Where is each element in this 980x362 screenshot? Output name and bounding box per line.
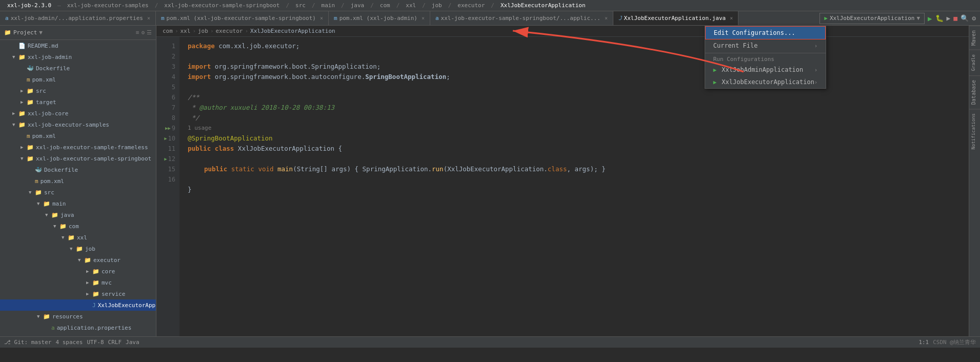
tree-label: Dockerfile — [36, 65, 70, 72]
title-path-10: XxlJobExecutorApplication — [497, 2, 589, 9]
title-path-7: xxl — [403, 2, 419, 9]
folder-icon: 📁 — [27, 88, 34, 94]
tree-item-xxljob-app[interactable]: J XxlJobExecutorApplica — [0, 299, 156, 311]
tree-item-dockerfile-admin[interactable]: 🐳 Dockerfile — [0, 63, 156, 74]
sidebar-actions: ≡ ⚙ ☰ — [136, 29, 152, 36]
sidebar-settings-icon[interactable]: ⚙ — [141, 29, 145, 36]
encoding-status[interactable]: UTF-8 — [87, 339, 104, 346]
tree-label: target — [36, 99, 56, 106]
indent-status[interactable]: 4 spaces — [55, 339, 83, 346]
tree-item-frameless[interactable]: ▶ 📁 xxl-job-executor-sample-frameless — [0, 142, 156, 153]
tab-pom-admin[interactable]: m pom.xml (xxl-job-admin) × — [329, 11, 430, 25]
folder-icon: 📁 — [18, 54, 26, 61]
main-layout: 📁 Project ▼ ≡ ⚙ ☰ 📄 README.md ▼ 📁 — [0, 26, 980, 336]
run-green-icon[interactable]: ▶ — [928, 14, 932, 23]
tree-label: logback.xml — [57, 336, 94, 337]
tree-item-pom-executor[interactable]: m pom.xml — [0, 130, 156, 142]
settings-icon[interactable]: ⚙ — [972, 14, 976, 22]
tree-item-xxl-job-core[interactable]: ▶ 📁 xxl-job-core — [0, 108, 156, 119]
code-editor[interactable]: package com.xxl.job.executor; import org… — [179, 37, 969, 336]
tree-item-xxl-sb[interactable]: ▼ 📁 xxl — [0, 232, 156, 243]
sidebar-title-text: Project — [13, 29, 37, 36]
sidebar-dropdown-icon[interactable]: ▼ — [39, 29, 43, 36]
tab-close-icon[interactable]: × — [147, 15, 150, 21]
folder-icon: 📁 — [84, 257, 91, 264]
tab-applic[interactable]: a xxl-job-executor-sample-springboot/...… — [430, 11, 613, 25]
dropdown-current-file[interactable]: Current File › — [705, 39, 826, 52]
search-icon[interactable]: 🔍 — [961, 14, 969, 22]
vtab-database[interactable]: Database — [969, 75, 980, 109]
debug-icon[interactable]: 🐛 — [935, 14, 944, 22]
tree-item-com-sb[interactable]: ▼ 📁 com — [0, 220, 156, 232]
tree-item-readme[interactable]: 📄 README.md — [0, 40, 156, 51]
tree-item-mvc-folder[interactable]: ▶ 📁 mvc — [0, 277, 156, 288]
code-line-12: public static void main(String[] args) {… — [188, 164, 961, 174]
tree-item-dockerfile-sb[interactable]: 🐳 Dockerfile — [0, 164, 156, 175]
breadcrumb-xxl[interactable]: xxl — [181, 28, 191, 34]
tree-item-app-prop[interactable]: a application.properties — [0, 322, 156, 333]
tree-label: java — [61, 212, 74, 218]
tree-item-core-folder[interactable]: ▶ 📁 core — [0, 266, 156, 277]
title-path-3: src — [292, 2, 309, 9]
folder-icon: 📁 — [43, 313, 50, 320]
tree-label: src — [36, 88, 46, 94]
title-project[interactable]: xxl-job-2.3.0 — [4, 2, 54, 9]
tab-pom-springboot[interactable]: m pom.xml (xxl-job-executor-sample-sprin… — [156, 11, 329, 25]
tree-item-main-sb[interactable]: ▼ 📁 main — [0, 198, 156, 209]
xxl-admin-label: XxlJobAdminApplication — [722, 66, 803, 73]
dropdown-xxl-admin-app[interactable]: ▶ XxlJobAdminApplication › — [705, 64, 826, 76]
tab-close-icon[interactable]: × — [730, 15, 733, 21]
tree-item-src-admin[interactable]: ▶ 📁 src — [0, 85, 156, 96]
breadcrumb-job[interactable]: job — [198, 28, 208, 34]
run-configs-label: Run Configurations — [713, 56, 774, 63]
folder-icon: 📁 — [27, 155, 34, 162]
tree-item-executor-folder[interactable]: ▼ 📁 executor — [0, 254, 156, 266]
tree-item-pom-admin[interactable]: m pom.xml — [0, 74, 156, 85]
tab-app-props[interactable]: a xxl-job-admin/...application.propertie… — [0, 11, 156, 25]
sidebar-collapse-icon[interactable]: ≡ — [136, 29, 139, 36]
status-bar: ⎇ Git: master 4 spaces UTF-8 CRLF Java 1… — [0, 336, 980, 348]
vertical-tabs: Maven Gradle Database Notifications — [969, 26, 980, 336]
coverage-icon[interactable]: ▶ — [947, 14, 951, 22]
tree-item-executor-samples[interactable]: ▼ 📁 xxl-job-executor-samples — [0, 119, 156, 130]
tree-item-springboot[interactable]: ▼ 📁 xxl-job-executor-sample-springboot — [0, 153, 156, 164]
tree-item-logback[interactable]: m logback.xml — [0, 333, 156, 336]
breadcrumb-com[interactable]: com — [163, 28, 173, 34]
tree-item-java-sb[interactable]: ▼ 📁 java — [0, 209, 156, 220]
dropdown-xxl-executor-app[interactable]: ▶ XxlJobExecutorApplication › — [705, 76, 826, 88]
file-type-icon: a — [5, 15, 9, 22]
run-config-dropdown-menu: Edit Configurations... Current File › Ru… — [705, 26, 826, 89]
tree-item-service-folder[interactable]: ▶ 📁 service — [0, 288, 156, 299]
vtab-maven[interactable]: Maven — [969, 26, 980, 50]
breadcrumb-executor[interactable]: executor — [216, 28, 243, 34]
tab-label: xxl-job-admin/...application.properties — [11, 15, 143, 22]
vtab-gradle[interactable]: Gradle — [969, 50, 980, 75]
tab-close-icon[interactable]: × — [422, 15, 425, 21]
tab-xxljob-app[interactable]: J XxlJobExecutorApplication.java × — [613, 11, 738, 25]
vtab-notifications[interactable]: Notifications — [969, 109, 980, 153]
tree-label: xxl-job-executor-sample-springboot — [36, 155, 151, 162]
tab-close-icon[interactable]: × — [605, 15, 608, 21]
run-icon: ▶ — [713, 67, 717, 73]
tree-item-xxl-job-admin[interactable]: ▼ 📁 xxl-job-admin — [0, 51, 156, 63]
tree-item-resources[interactable]: ▼ 📁 resources — [0, 311, 156, 322]
line-ending-status[interactable]: CRLF — [108, 339, 122, 346]
tree-item-target-admin[interactable]: ▶ 📁 target — [0, 96, 156, 108]
folder-icon: 📁 — [76, 246, 83, 252]
lang-status[interactable]: Java — [126, 339, 139, 346]
tab-close-icon[interactable]: × — [320, 15, 323, 21]
stop-icon[interactable]: ■ — [953, 14, 957, 22]
tree-item-pom-sb[interactable]: m pom.xml — [0, 175, 156, 187]
tree-item-job-sb[interactable]: ▼ 📁 job — [0, 243, 156, 254]
dropdown-edit-config[interactable]: Edit Configurations... — [705, 26, 826, 39]
sidebar-gear-icon[interactable]: ☰ — [147, 29, 152, 36]
tab-label: xxl-job-executor-sample-springboot/...ap… — [441, 15, 601, 22]
breadcrumb-class[interactable]: XxlJobExecutorApplication — [250, 28, 335, 34]
dropdown-arrow-icon: › — [814, 67, 817, 73]
editor-area: com › xxl › job › executor › XxlJobExecu… — [156, 26, 969, 336]
tree-item-src-sb[interactable]: ▼ 📁 src — [0, 187, 156, 198]
tab-label: XxlJobExecutorApplication.java — [624, 15, 726, 22]
code-line-11 — [188, 154, 961, 164]
sidebar: 📁 Project ▼ ≡ ⚙ ☰ 📄 README.md ▼ 📁 — [0, 26, 156, 336]
run-config-dropdown[interactable]: ▶ XxlJobExecutorApplication ▼ — [819, 13, 925, 24]
